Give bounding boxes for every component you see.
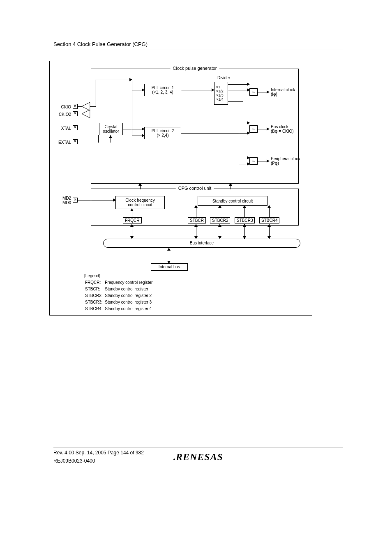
page-footer: Rev. 4.00 Sep. 14, 2005 Page 144 of 982 … xyxy=(53,447,343,464)
cpg-control-unit-title: CPG control unit xyxy=(176,186,214,191)
pin-pad-ckio2 xyxy=(73,111,78,116)
internal-clock-label: Internal clock(Iφ) xyxy=(271,88,295,97)
cpg-block-diagram: Clock pulse generator CPG control unit C… xyxy=(49,61,312,315)
legend-row: FRQCR:Frequency control register xyxy=(85,280,154,286)
register-stbcr3: STBCR3 xyxy=(235,217,255,223)
pin-label-ckio: CKIO xyxy=(52,105,71,109)
pin-pad-ckio xyxy=(73,104,78,109)
pin-pad-md xyxy=(73,198,78,203)
pin-label-ckio2: CKIO2 xyxy=(52,112,71,117)
divider-label: Divider xyxy=(217,76,230,80)
section-header: Section 4 Clock Pulse Generator (CPG) xyxy=(53,41,343,49)
crystal-oscillator-block: Crystal oscillator xyxy=(99,123,123,135)
standby-control-circuit: Standby control circuit xyxy=(198,196,267,206)
pll-circuit-2-block: PLL circuit 2 (× 2,4) xyxy=(144,127,181,139)
legend-row: STBCR3:Standby control register 3 xyxy=(85,299,154,305)
svg-marker-0 xyxy=(82,102,90,111)
internal-bus: Internal bus xyxy=(151,263,188,271)
register-stbcr: STBCR xyxy=(188,217,206,223)
wave-icon: ∼ xyxy=(249,157,258,165)
divider-block: ×1 ×1/2 ×1/3 ×1/4 xyxy=(214,82,228,105)
register-stbcr4: STBCR4 xyxy=(259,217,279,223)
legend-row: STBCR4:Standby control register 4 xyxy=(85,306,154,312)
buffer-triangles-icon xyxy=(81,101,93,118)
pin-label-extal: EXTAL xyxy=(52,140,71,145)
wave-icon: ∼ xyxy=(249,88,258,96)
register-stbcr2: STBCR2 xyxy=(210,217,230,223)
pll-circuit-1-block: PLL circuit 1 (×1, 2, 3, 4) xyxy=(144,84,181,96)
bus-interface: Bus interface xyxy=(103,239,300,248)
clock-frequency-control-circuit: Clock frequency control circuit xyxy=(115,196,165,209)
pin-label-xtal: XTAL xyxy=(52,126,71,131)
svg-marker-1 xyxy=(82,110,90,118)
legend: [Legend] FRQCR:Frequency control registe… xyxy=(84,273,155,313)
pin-label-md: MD2MD0 xyxy=(52,196,71,205)
pin-pad-extal xyxy=(73,139,78,144)
cpg-title: Clock pulse generator xyxy=(170,66,219,71)
legend-row: STBCR2:Standby control register 2 xyxy=(85,293,154,299)
legend-row: STBCR:Standby control register xyxy=(85,286,154,292)
wave-icon: ∼ xyxy=(249,125,258,133)
bus-clock-label: Bus clock(Bφ = CKIO) xyxy=(271,124,294,134)
pin-pad-xtal xyxy=(73,125,78,130)
register-frqcr: FRQCR xyxy=(123,217,142,223)
renesas-logo: .RENESAS xyxy=(173,451,223,463)
peripheral-clock-label: Peripheral clock(Pφ) xyxy=(271,157,300,166)
